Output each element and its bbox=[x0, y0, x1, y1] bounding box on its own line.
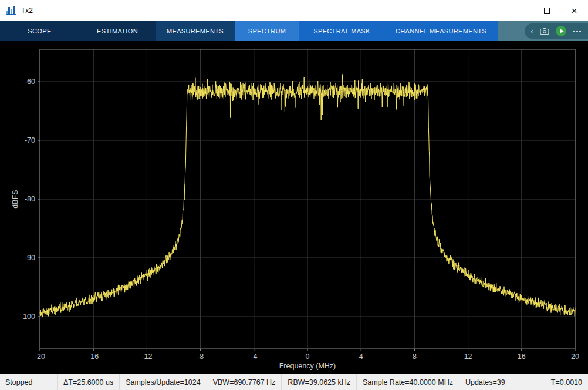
close-button[interactable]: × bbox=[560, 0, 588, 21]
run-controls-pill: ‹ bbox=[525, 23, 588, 39]
x-tick-label: -4 bbox=[251, 352, 257, 361]
y-tick-label: -100 bbox=[21, 312, 35, 321]
y-tick-label: -80 bbox=[25, 195, 35, 203]
plot-tick-labels: -20-16-12-8-4048121620-60-70-80-90-100 bbox=[21, 78, 579, 361]
histogram-icon bbox=[6, 6, 16, 15]
more-options-button[interactable] bbox=[573, 28, 581, 35]
run-controls: ‹ bbox=[498, 21, 588, 41]
x-tick-label: -8 bbox=[197, 352, 204, 361]
subtab-channel-measurements[interactable]: CHANNEL MEASUREMENTS bbox=[384, 21, 498, 41]
subtab-spectral-mask[interactable]: SPECTRAL MASK bbox=[299, 21, 384, 41]
x-tick-label: -12 bbox=[141, 352, 152, 361]
maximize-button[interactable] bbox=[533, 0, 560, 21]
status-segment: Sample Rate=40.0000 MHz bbox=[356, 374, 459, 390]
y-tick-label: -60 bbox=[25, 78, 35, 86]
x-tick-label: 4 bbox=[359, 352, 363, 361]
statusbar: Stopped ΔT=25.6000 usSamples/Update=1024… bbox=[0, 374, 588, 390]
sub-tabs: SPECTRUMSPECTRAL MASKCHANNEL MEASUREMENT… bbox=[235, 21, 498, 41]
status-segment: T=0.0010 bbox=[545, 374, 588, 390]
close-icon: × bbox=[572, 6, 577, 16]
snapshot-camera-icon[interactable] bbox=[540, 28, 549, 35]
subtab-spectrum[interactable]: SPECTRUM bbox=[235, 21, 299, 41]
window-title: Tx2 bbox=[21, 6, 33, 15]
status-segment: ΔT=25.6000 us bbox=[57, 374, 119, 390]
x-tick-label: 8 bbox=[413, 352, 417, 361]
toolstrip: SCOPEESTIMATIONMEASUREMENTS SPECTRUMSPEC… bbox=[0, 21, 588, 41]
y-axis-label: dBFS bbox=[11, 190, 19, 208]
spectrum-plot: -20-16-12-8-4048121620-60-70-80-90-100 F… bbox=[0, 41, 588, 374]
app-window: Tx2 × SCOPEESTIMATIONMEASUREMENTS SPECTR… bbox=[0, 0, 588, 390]
y-tick-label: -90 bbox=[25, 254, 35, 262]
status-segments: ΔT=25.6000 usSamples/Update=1024VBW=690.… bbox=[57, 374, 588, 390]
status-segment: Updates=39 bbox=[459, 374, 511, 390]
x-tick-label: -16 bbox=[88, 352, 99, 361]
minimize-button[interactable] bbox=[505, 0, 533, 21]
plot-ticks bbox=[38, 82, 575, 351]
status-segment: RBW=39.0625 kHz bbox=[281, 374, 356, 390]
spectrum-plot-area[interactable]: -20-16-12-8-4048121620-60-70-80-90-100 F… bbox=[0, 41, 588, 374]
chevron-left-icon[interactable]: ‹ bbox=[530, 27, 533, 35]
status-segment: Samples/Update=1024 bbox=[119, 374, 207, 390]
x-tick-label: 0 bbox=[306, 352, 310, 361]
x-tick-label: 16 bbox=[518, 352, 526, 361]
x-tick-label: 12 bbox=[464, 352, 472, 361]
maximize-icon bbox=[544, 8, 550, 14]
window-controls: × bbox=[505, 0, 588, 21]
y-tick-label: -70 bbox=[25, 136, 35, 144]
run-button[interactable] bbox=[556, 26, 566, 36]
main-tabs: SCOPEESTIMATIONMEASUREMENTS bbox=[0, 21, 235, 41]
status-segment: VBW=690.7767 Hz bbox=[207, 374, 282, 390]
tab-estimation[interactable]: ESTIMATION bbox=[79, 21, 156, 41]
tab-measurements[interactable]: MEASUREMENTS bbox=[156, 21, 235, 41]
minimize-icon bbox=[516, 11, 522, 11]
tab-scope[interactable]: SCOPE bbox=[0, 21, 79, 41]
x-tick-label: -20 bbox=[35, 352, 45, 361]
titlebar: Tx2 × bbox=[0, 0, 588, 21]
x-tick-label: 20 bbox=[571, 352, 579, 361]
status-state: Stopped bbox=[0, 378, 57, 386]
play-icon bbox=[560, 29, 564, 33]
x-axis-label: Frequency (MHz) bbox=[279, 362, 336, 370]
